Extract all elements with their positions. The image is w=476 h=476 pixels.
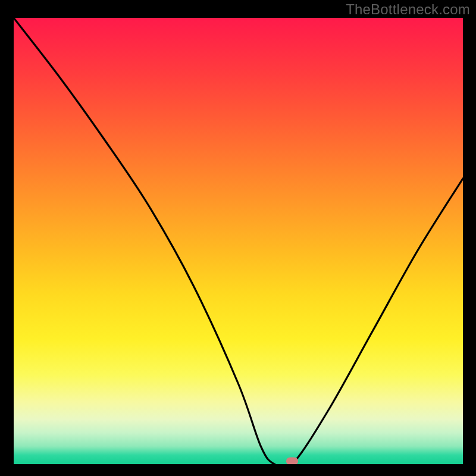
plot-area (14, 18, 463, 464)
curve-layer (14, 18, 463, 464)
bottleneck-curve (14, 18, 463, 464)
optimum-marker (286, 458, 298, 465)
attribution-watermark: TheBottleneck.com (346, 1, 470, 18)
chart-container: TheBottleneck.com (0, 0, 476, 476)
